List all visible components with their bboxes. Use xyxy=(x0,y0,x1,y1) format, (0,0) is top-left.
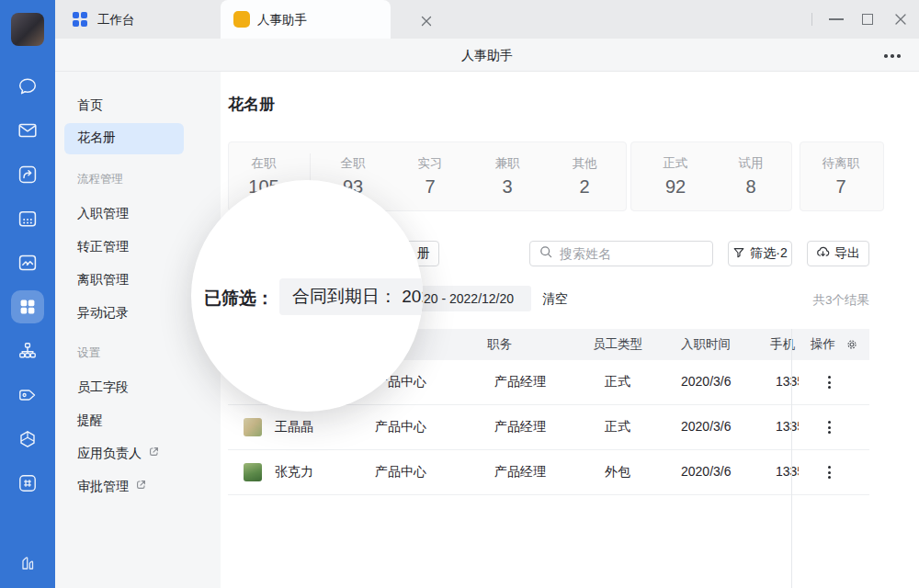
sidebar-item-home[interactable]: 首页 xyxy=(77,96,103,114)
search-box xyxy=(529,241,713,266)
org-icon[interactable] xyxy=(17,340,39,362)
photos-icon[interactable] xyxy=(17,252,39,274)
controls-divider xyxy=(811,13,812,26)
cell-dept: 产品中心 xyxy=(375,464,426,481)
column-settings-gear-icon[interactable] xyxy=(845,338,858,355)
search-input[interactable] xyxy=(558,245,728,262)
cell-dept: 产品中心 xyxy=(375,419,426,435)
external-link-icon xyxy=(148,444,160,462)
row-actions-kebab-icon[interactable] xyxy=(825,418,834,436)
cell-phone: 1335 xyxy=(776,464,799,479)
cell-hire: 2020/3/6 xyxy=(681,419,732,434)
stat-intern: 实习7 xyxy=(398,142,462,198)
magnifier-bubble: 已筛选： 合同到期日： 202 xyxy=(191,180,423,412)
cell-title: 产品经理 xyxy=(494,374,546,390)
stat-card-status: 正式92 试用8 xyxy=(630,141,792,211)
clear-filter-link[interactable]: 清空 xyxy=(542,291,568,308)
funnel-icon xyxy=(732,246,745,262)
cell-name: 张克力 xyxy=(275,464,313,481)
minimize-button[interactable] xyxy=(829,18,844,20)
sidebar-item-resignation[interactable]: 离职管理 xyxy=(77,270,129,288)
app-header-title: 人事助手 xyxy=(55,48,919,64)
cloud-download-icon xyxy=(816,245,830,262)
sidebar-section-process: 流程管理 xyxy=(77,171,123,187)
col-type: 员工类型 xyxy=(593,336,642,353)
cell-title: 产品经理 xyxy=(494,419,546,435)
table-row[interactable]: 张克力 产品中心 产品经理 外包 2020/3/6 1335 xyxy=(228,450,869,495)
search-icon xyxy=(539,245,552,262)
stat-regular: 正式92 xyxy=(643,142,708,198)
sidebar-item-transfer-records[interactable]: 异动记录 xyxy=(77,303,129,322)
maximize-button[interactable] xyxy=(862,14,873,25)
hash-icon[interactable] xyxy=(17,472,39,494)
col-title: 职务 xyxy=(487,336,512,353)
magnified-filter-pill: 合同到期日： 202 xyxy=(279,278,423,315)
sidebar-item-approval-management[interactable]: 审批管理 xyxy=(77,477,147,495)
cube-icon[interactable] xyxy=(17,428,39,450)
left-rail xyxy=(0,0,55,588)
magnified-filter-label: 已筛选： xyxy=(204,287,274,311)
stat-probation: 试用8 xyxy=(719,142,783,198)
tag-icon[interactable] xyxy=(17,384,39,406)
external-link-icon xyxy=(135,477,147,495)
row-actions-kebab-icon[interactable] xyxy=(825,373,834,391)
sidebar-item-onboarding[interactable]: 入职管理 xyxy=(77,204,129,222)
app-header: 人事助手 xyxy=(55,39,919,72)
cell-phone: 1335 xyxy=(776,419,799,434)
cell-hire: 2020/3/6 xyxy=(681,464,732,479)
cell-type: 正式 xyxy=(605,419,630,435)
cell-title: 产品经理 xyxy=(494,464,546,481)
stat-pending-leave: 待离职7 xyxy=(809,142,873,198)
fixed-column-divider xyxy=(791,329,792,588)
workbench-tab-icon xyxy=(72,11,88,31)
docs-icon[interactable] xyxy=(17,164,39,186)
cell-name: 王晶晶 xyxy=(275,419,313,435)
tab-close-icon[interactable] xyxy=(421,14,432,30)
sidebar-item-roster[interactable]: 花名册 xyxy=(64,123,184,154)
hr-app-icon xyxy=(233,11,250,28)
sidebar-section-settings: 设置 xyxy=(77,345,100,361)
chat-icon[interactable] xyxy=(17,75,39,97)
mail-icon[interactable] xyxy=(17,119,39,141)
stat-card-leaving: 待离职7 xyxy=(800,141,884,211)
filter-button[interactable]: 筛选·2 xyxy=(728,241,792,266)
library-icon[interactable] xyxy=(17,549,39,571)
sidebar-item-regularization[interactable]: 转正管理 xyxy=(77,237,129,255)
row-actions-kebab-icon[interactable] xyxy=(825,463,834,481)
table-row[interactable]: 王晶晶 产品中心 产品经理 正式 2020/3/6 1335 xyxy=(228,405,869,450)
filter-date-range-pill: 20 - 2022/12/20 xyxy=(412,286,531,311)
calendar-icon[interactable] xyxy=(17,208,39,230)
app-window: 工作台 人事助手 人事助手 首页 花名册 流程管理 入职管理 转正管理 离职管理… xyxy=(0,0,919,588)
tab-hr-assistant[interactable]: 人事助手 xyxy=(221,0,391,39)
sidebar-item-app-owner[interactable]: 应用负责人 xyxy=(77,444,160,462)
cell-hire: 2020/3/6 xyxy=(681,374,732,389)
col-action: 操作 xyxy=(811,336,835,353)
employee-avatar xyxy=(244,463,262,481)
sidebar-item-reminders[interactable]: 提醒 xyxy=(77,411,103,429)
workbench-grid-icon[interactable] xyxy=(17,296,39,318)
window-close-button[interactable] xyxy=(894,13,907,29)
col-hire-date: 入职时间 xyxy=(681,336,731,353)
result-count: 共3个结果 xyxy=(759,292,869,309)
stat-other: 其他2 xyxy=(552,142,617,198)
tab-bar: 工作台 人事助手 xyxy=(55,0,919,39)
page-title: 花名册 xyxy=(228,94,275,115)
export-button[interactable]: 导出 xyxy=(807,241,869,266)
cell-phone: 1335 xyxy=(776,374,799,389)
tab-workbench[interactable]: 工作台 xyxy=(55,0,221,39)
stat-part-time: 兼职3 xyxy=(475,142,539,198)
more-menu-button[interactable] xyxy=(884,54,901,58)
cell-type: 正式 xyxy=(605,374,630,390)
tab-hr-label: 人事助手 xyxy=(257,12,307,28)
user-avatar[interactable] xyxy=(11,13,44,46)
tab-workbench-label: 工作台 xyxy=(97,12,135,28)
sidebar-item-employee-fields[interactable]: 员工字段 xyxy=(77,378,129,396)
cell-type: 外包 xyxy=(605,464,630,481)
employee-avatar xyxy=(244,418,262,436)
